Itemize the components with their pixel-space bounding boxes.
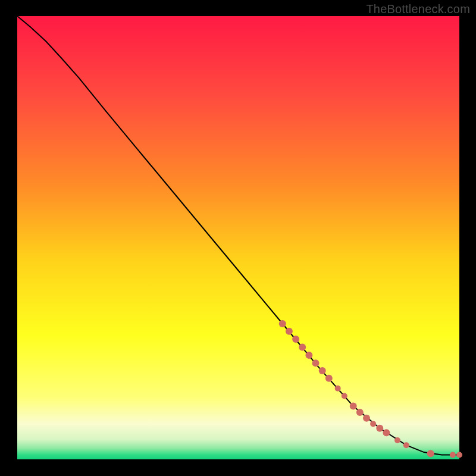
data-point: [450, 452, 456, 458]
data-point: [403, 442, 409, 448]
data-point: [427, 450, 434, 457]
data-point: [286, 328, 293, 335]
data-point: [342, 393, 347, 399]
data-point: [312, 359, 320, 367]
data-point: [376, 425, 383, 432]
data-point: [325, 375, 333, 382]
data-point: [383, 429, 390, 436]
data-point: [335, 386, 341, 392]
data-point: [279, 320, 286, 327]
chart-svg: [0, 0, 476, 476]
data-point: [350, 403, 357, 410]
data-point: [305, 352, 312, 359]
data-point: [299, 344, 306, 351]
plot-background: [17, 16, 459, 459]
data-point: [370, 421, 376, 427]
data-point: [292, 336, 299, 343]
data-point: [363, 415, 370, 422]
data-point: [456, 452, 462, 458]
data-point: [394, 437, 400, 443]
chart-stage: TheBottleneck.com: [0, 0, 476, 476]
data-point: [319, 367, 326, 374]
data-point: [356, 409, 364, 416]
